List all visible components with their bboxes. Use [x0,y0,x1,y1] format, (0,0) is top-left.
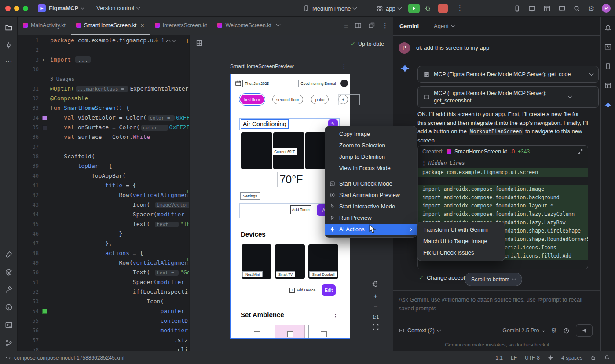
tab-gemini[interactable]: Gemini [399,23,419,29]
more-tool-windows-button[interactable]: ⋯ [5,57,12,66]
line-number[interactable]: 47 [18,239,42,248]
code-editor[interactable]: 1package com.example.figmamcp.u23›import… [18,35,189,351]
code-text[interactable]: TopAppBar( [50,171,126,181]
menu-item-fix-ui-check-issues[interactable]: Fix UI Check Issues [417,247,505,258]
line-number[interactable]: 54 [18,306,42,316]
ai-status-spark-icon[interactable] [548,355,553,360]
floor-chip[interactable]: second floor [272,95,303,104]
debug-button[interactable] [424,4,432,12]
code-line[interactable]: 53 Icon( [18,297,189,306]
code-line[interactable]: 44 Spacer(modifier [18,210,189,219]
history-clock-icon[interactable] [563,328,570,334]
tool-call-card-get-screenshot[interactable]: MCP (Figma Remote Dev Mode MCP Server): … [417,86,599,108]
code-text[interactable]: actions = { [50,248,143,258]
code-line[interactable]: 34 val violetColor = Color(color = 0xFFB [18,113,189,123]
line-number[interactable]: 34 [18,113,42,123]
line-number[interactable]: 52 [18,287,42,297]
code-line[interactable]: 46 } [18,229,189,239]
editor-tab-smarthomescreen[interactable]: SmartHomeScreen.kt × [71,17,150,35]
line-number[interactable]: 2 [18,45,42,55]
send-button[interactable] [576,324,593,337]
code-text[interactable]: Scaffold( [50,152,95,161]
code-line[interactable]: 47 }, [18,239,189,248]
editor-tab-mainactivity[interactable]: MainActivity.kt [18,17,71,35]
code-text[interactable]: Row(verticalAlignmen [50,190,188,200]
code-text[interactable]: modifier [50,326,188,335]
profile-avatar[interactable]: P [602,4,611,13]
code-line[interactable]: 41 title = { [18,181,189,190]
code-line[interactable]: 58 .cli [18,345,189,351]
problems-tool-button[interactable] [5,303,13,311]
code-line[interactable]: 55 contentD [18,316,189,326]
fold-arrow-icon[interactable]: › [42,55,44,65]
code-text[interactable]: Text( text = "Thu, [50,219,189,229]
code-line[interactable]: 48 actions = { [18,248,189,258]
terminal-tool-button[interactable] [5,321,13,329]
line-number[interactable]: 38 [18,152,42,161]
run-config-selector[interactable]: app [377,0,401,17]
line-number[interactable]: 55 [18,316,42,326]
run-button[interactable] [408,4,420,13]
zoom-ratio-label[interactable]: 1:1 [369,314,382,320]
code-text[interactable]: @Composable [50,94,88,103]
add-timer-button[interactable]: Add Timer [290,205,311,214]
close-tab-icon[interactable]: × [140,22,144,29]
line-number[interactable]: 45 [18,219,42,229]
line-number[interactable]: 35 [18,123,42,132]
code-line[interactable]: 56 modifier [18,326,189,335]
code-line[interactable]: 39 topBar = { [18,161,189,171]
commit-tool-button[interactable] [5,41,13,49]
line-number[interactable]: 56 [18,326,42,335]
device-explorer-tool-button[interactable] [604,62,612,70]
line-number[interactable]: 31 [18,84,42,94]
code-line[interactable]: 30 [18,65,189,74]
code-text[interactable]: package com.example.figmamcp.u [50,36,154,45]
code-line[interactable]: 3 Usages [18,74,189,84]
menu-item-jump-to-definition[interactable]: Jump to Definition [325,151,417,163]
code-text[interactable]: topBar = { [50,161,112,171]
code-text[interactable]: contentD [50,316,188,326]
code-text[interactable]: Spacer(modifier [50,277,184,287]
notifications-button[interactable] [604,25,612,32]
context-chip-button[interactable]: Context (2) [399,324,440,337]
code-line[interactable]: 49 Row(verticalAlignmen [18,258,189,268]
code-text[interactable]: painter [50,306,184,316]
code-text[interactable]: Icon( [50,297,164,306]
zoom-in-icon[interactable]: + [369,292,382,300]
code-text[interactable]: } [50,229,122,239]
zoom-fit-icon[interactable] [372,324,379,331]
floor-chip-selected[interactable]: first floor [240,95,264,104]
warning-mark[interactable] [187,39,188,43]
code-text[interactable]: import ... [50,55,91,65]
code-text[interactable]: val surface = Color.White [50,132,150,142]
layout-inspector-icon[interactable] [543,5,551,12]
open-diff-icon[interactable] [577,149,583,155]
vcs-widget[interactable]: Version control [96,5,140,11]
file-encoding[interactable]: UTF-8 [525,355,540,361]
line-number[interactable]: 58 [18,345,42,351]
code-text[interactable]: val violetColor = Color(color = 0xFFB [50,113,189,123]
feedback-icon[interactable] [558,5,566,12]
code-text[interactable]: Spacer(modifier [50,210,184,219]
menu-item-start-animation-preview[interactable]: Start Animation Preview [325,189,417,201]
line-number[interactable]: 57 [18,335,42,345]
editor-list-icon[interactable]: ≡ [344,22,348,29]
code-line[interactable]: 38 Scaffold( [18,152,189,161]
code-line[interactable]: 52 if(LocalInspecti [18,287,189,297]
pan-hand-icon[interactable] [372,280,380,288]
line-number[interactable]: 46 [18,229,42,239]
chat-settings-gear-icon[interactable]: ⚙ [551,327,557,335]
scroll-to-bottom-button[interactable]: Scroll to bottom [465,273,522,286]
editor-tab-interestsscreen[interactable]: InterestsScreen.kt [150,17,212,35]
ac-tile[interactable] [241,132,272,169]
code-text[interactable]: val onSurface = Color(color = 0xFF2E2 [50,123,189,132]
code-line[interactable]: 32@Composable [18,94,189,103]
stop-button[interactable] [438,4,448,13]
ambience-kebab-icon[interactable]: ⋮ [332,312,339,320]
indent-config[interactable]: 4 spaces [561,355,582,361]
line-number[interactable]: 3 [18,55,42,65]
code-line[interactable]: 50 Text( text = "Good [18,268,189,277]
code-text[interactable]: .cli [50,345,188,351]
code-line[interactable]: 37 [18,142,189,152]
edit-button[interactable]: Edit [322,284,336,296]
